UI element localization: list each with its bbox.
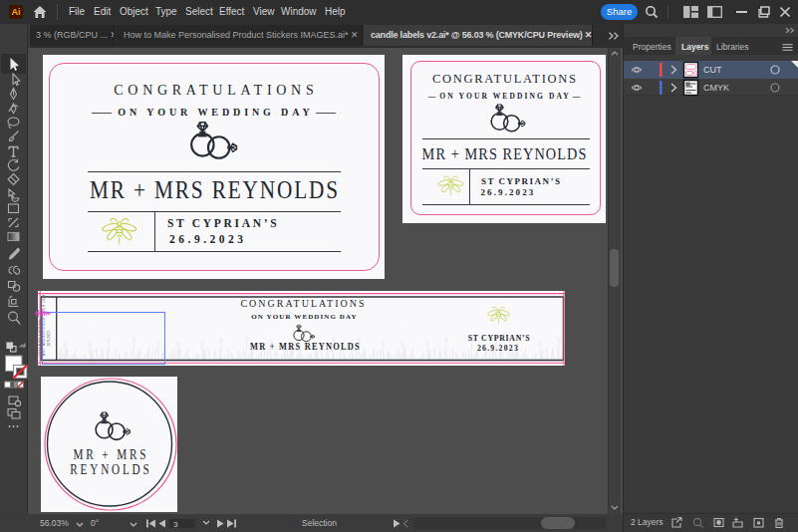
svg-text:CMYK: CMYK xyxy=(703,83,729,93)
svg-text:CUT: CUT xyxy=(703,65,722,75)
svg-text:3: 3 xyxy=(173,520,178,529)
